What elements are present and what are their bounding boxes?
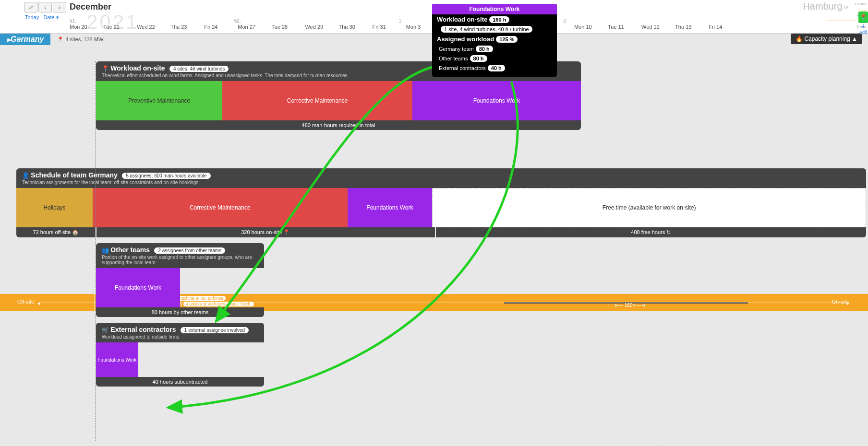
- group-icon: 👥: [102, 247, 109, 254]
- day-cell: Thu 23: [170, 24, 203, 30]
- contractors-footer: 40 hours subcontracted: [96, 377, 264, 387]
- expand-button[interactable]: ⤢: [24, 2, 37, 12]
- prev-button[interactable]: ‹: [38, 2, 52, 12]
- schedule-footer-free: 408 free hours ↻: [436, 227, 866, 237]
- other-sub: Portion of the on-site work assigned to …: [102, 255, 258, 265]
- schedule-block-free[interactable]: Free time (available for work on-site): [432, 188, 866, 227]
- day-cell: Thu 30: [339, 24, 371, 30]
- day-cell: Wed 29: [305, 24, 337, 30]
- schedule-panel: 👤 Schedule of team Germany 5 assignees, …: [16, 168, 866, 237]
- other-title: Other teams: [110, 246, 150, 254]
- schedule-block-foundations[interactable]: Foundations Work: [348, 188, 433, 227]
- tooltip-workload-label: Workload on-site: [437, 16, 487, 23]
- pin-icon: 📍: [102, 65, 109, 72]
- contractors-badge: 1 external assignee involved: [181, 327, 249, 333]
- contractors-panel: 🛒 External contractors 1 external assign…: [96, 323, 264, 387]
- schedule-sub: Technician assignments for the local tea…: [22, 180, 860, 185]
- day-cell: Tue 21: [103, 24, 135, 30]
- day-cell: Wed 22: [137, 24, 169, 30]
- schedule-block-holidays[interactable]: Holidays: [16, 188, 93, 227]
- day-cell: Mon 20: [70, 24, 102, 30]
- day-cell: Thu 13: [675, 24, 707, 30]
- location-add-icon[interactable]: 📍: [858, 12, 868, 23]
- region-sites: 📍 4 sites, 138 MW: [50, 36, 103, 43]
- day-cell: Wed 12: [641, 24, 674, 30]
- tooltip-external: External contractors: [439, 65, 486, 71]
- week-cell: 52.: [234, 18, 398, 23]
- other-footer: 80 hours by other teams: [96, 307, 264, 317]
- day-cell: Fri 31: [373, 24, 405, 30]
- next-button[interactable]: ›: [53, 2, 66, 12]
- tooltip-workload-detail: 1 site, 4 wind turbines, 40 h / turbine: [441, 26, 532, 33]
- day-cell: Mon 27: [238, 24, 270, 30]
- cart-icon: 🛒: [102, 327, 109, 333]
- workload-block-foundations[interactable]: Foundations Work: [412, 81, 581, 120]
- date-picker[interactable]: Date ▾: [43, 14, 59, 20]
- contractors-sub: Workload assigneed to outside firms: [102, 334, 258, 340]
- other-badge: 2 assignees from other teams: [154, 247, 225, 254]
- tooltip-title: Foundations Work: [432, 4, 557, 14]
- contractors-title: External contractors: [110, 326, 176, 333]
- schedule-footer-onsite: 320 hours on-site 📍: [96, 227, 435, 237]
- tooltip-assigned-value: 125 %: [496, 36, 518, 43]
- tooltip-workload-value: 160 h: [489, 16, 509, 23]
- contractors-block-foundations[interactable]: Foundations Work: [96, 342, 138, 377]
- foundations-tooltip: Foundations Work Workload on-site160 h 1…: [432, 4, 557, 77]
- slider-value: ⊳— 160h —⊲: [615, 303, 645, 308]
- weather-city: Hamburg: [803, 1, 842, 12]
- person-icon: 👤: [22, 172, 29, 179]
- region-label: ▸ Germany: [0, 34, 50, 45]
- tooltip-other-val: 80 h: [470, 55, 487, 62]
- today-link[interactable]: Today: [25, 14, 39, 20]
- capacity-planning-button[interactable]: 🔥 Capacity planning ▲: [791, 34, 862, 44]
- tooltip-germany-val: 80 h: [476, 46, 493, 52]
- tooltip-germany-team: Germany team: [439, 46, 474, 52]
- day-cell: Mon 10: [574, 24, 606, 30]
- workload-badge: 4 sites, 46 wind turbines: [169, 66, 229, 72]
- workload-footer: 460 man-hours required in total: [96, 120, 581, 130]
- other-teams-panel: 👥 Other teams 2 assignees from other tea…: [96, 243, 264, 317]
- tooltip-external-val: 40 h: [488, 65, 505, 71]
- day-cell: Fri 24: [204, 24, 236, 30]
- add-button[interactable]: +Add: [859, 22, 867, 35]
- day-cell: Tue 28: [271, 24, 303, 30]
- wind-mark: 10 m/s: [855, 2, 866, 6]
- offsite-label: Off-site: [17, 299, 34, 305]
- week-cell: 2.: [563, 18, 726, 23]
- day-cell: Fri 14: [709, 24, 741, 30]
- schedule-title: Schedule of team Germany: [31, 171, 118, 179]
- schedule-footer-offsite: 72 hours off-site 🏠: [16, 227, 96, 237]
- week-cell: 51.: [70, 18, 233, 23]
- day-cell: Tue 11: [608, 24, 640, 30]
- tooltip-other-teams: Other teams: [439, 56, 468, 61]
- vertical-divider: [95, 61, 96, 441]
- workload-title: Workload on-site: [110, 64, 165, 72]
- other-block-foundations[interactable]: Foundations Work: [96, 268, 180, 307]
- schedule-badge: 5 assignees, 800 man-hours available: [122, 173, 210, 179]
- tooltip-assigned-label: Assigned workload: [437, 35, 494, 43]
- schedule-block-corrective[interactable]: Corrective Maintenance: [93, 188, 347, 227]
- workload-block-corrective[interactable]: Corrective Maintenance: [222, 81, 412, 120]
- workload-block-preventive[interactable]: Preventive Maintenance: [96, 81, 222, 120]
- weather-widget: Hamburg ⟳: [803, 1, 849, 12]
